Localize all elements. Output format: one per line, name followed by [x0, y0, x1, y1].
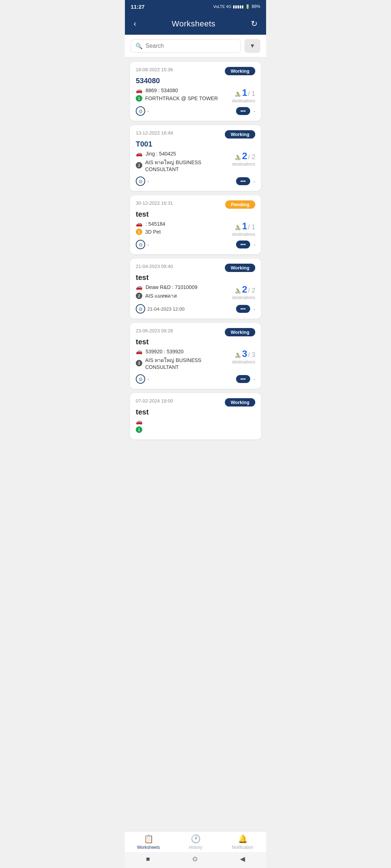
- route-btn[interactable]: •••: [236, 241, 250, 248]
- card-header: 18-08-2022 15:36 Working: [136, 67, 255, 75]
- card-work-id: 534080: [136, 77, 255, 85]
- android-square-btn[interactable]: ■: [139, 854, 157, 864]
- vehicle-row: 🚗 Jing : 540425: [136, 150, 232, 157]
- destinations-info: 🚴 2 / 2 destinations: [232, 284, 255, 300]
- location-row: 2 AIS หาดใหญ่ BUSINESS CONSULTANT: [136, 158, 232, 172]
- card-bottom-row: ⊙ - ••• -: [136, 176, 255, 186]
- nav-item-history[interactable]: 🕐 History: [172, 834, 219, 850]
- route-btn[interactable]: •••: [236, 107, 250, 115]
- location-row: 3 AIS หาดใหญ่ BUSINESS CONSULTANT: [136, 356, 232, 370]
- nav-item-worksheets[interactable]: 📋 Worksheets: [125, 834, 172, 850]
- worksheet-card-card-2[interactable]: 13-12-2022 16:49 Working T001 🚗 Jing : 5…: [130, 125, 261, 191]
- route-info: ••• -: [236, 107, 255, 115]
- android-circle-btn[interactable]: ⊙: [185, 854, 205, 864]
- search-icon: 🔍: [135, 43, 143, 50]
- route-time: -: [254, 242, 255, 247]
- dest-count: 1: [242, 221, 247, 232]
- destinations-info: 🚴 3 / 3 destinations: [232, 348, 255, 365]
- worksheet-card-card-6[interactable]: 07-02-2024 19:00 Working test 🚗 1: [130, 393, 261, 439]
- vehicle-info: 539920 : 539920: [146, 349, 184, 354]
- route-btn[interactable]: •••: [236, 305, 250, 313]
- card-header: 13-12-2022 16:49 Working: [136, 130, 255, 139]
- vehicle-row: 🚗 : 545184: [136, 221, 232, 227]
- nav-item-notification[interactable]: 🔔 Notification: [219, 834, 266, 850]
- route-btn[interactable]: •••: [236, 177, 250, 185]
- route-info: ••• -: [236, 305, 255, 313]
- worksheet-card-card-3[interactable]: 30-12-2022 16:31 Pending test 🚗 : 545184…: [130, 195, 261, 254]
- route-info: ••• -: [236, 177, 255, 185]
- route-info: ••• -: [236, 241, 255, 248]
- card-header: 07-02-2024 19:00 Working: [136, 398, 255, 407]
- status-badge: Working: [225, 264, 255, 272]
- card-header: 23-06-2023 09:28 Working: [136, 328, 255, 336]
- start-time: -: [147, 376, 149, 382]
- start-icon: ⊙: [136, 374, 145, 384]
- worksheet-card-card-5[interactable]: 23-06-2023 09:28 Working test 🚗 539920 :…: [130, 323, 261, 389]
- destinations-info: 🚴 1 / 1 destinations: [232, 87, 255, 103]
- start-time: -: [147, 242, 149, 247]
- dest-label: destinations: [232, 162, 255, 167]
- status-badge: Working: [225, 328, 255, 336]
- card-header: 30-12-2022 16:31 Pending: [136, 200, 255, 209]
- start-info: ⊙ -: [136, 240, 149, 249]
- network-icon: VoLTE 4G: [213, 4, 231, 9]
- pin-badge: 1: [136, 229, 142, 235]
- card-bottom-row: ⊙ - ••• -: [136, 374, 255, 384]
- status-badge: Working: [225, 67, 255, 75]
- worksheet-card-card-4[interactable]: 21-04-2023 09:40 Working test 🚗 Deaw R&D…: [130, 259, 261, 319]
- pin-badge: 1: [136, 95, 142, 102]
- dest-label: destinations: [232, 359, 255, 365]
- start-icon: ⊙: [136, 304, 145, 314]
- dest-count: 1: [242, 87, 247, 98]
- car-icon: 🚗: [136, 418, 143, 425]
- vehicle-row: 🚗 539920 : 539920: [136, 348, 232, 355]
- car-icon: 🚗: [136, 150, 143, 157]
- vehicle-info: : 545184: [146, 221, 165, 227]
- route-time: -: [254, 376, 255, 382]
- start-info: ⊙ -: [136, 106, 149, 116]
- location-text: AIS แมทพลาส: [145, 292, 177, 300]
- location-text: 3D Pet: [145, 229, 161, 235]
- worksheet-card-card-1[interactable]: 18-08-2022 15:36 Working 534080 🚗 8869 :…: [130, 62, 261, 121]
- person-route-icon: 🚴: [235, 92, 241, 97]
- search-input[interactable]: [146, 43, 236, 49]
- refresh-button[interactable]: ↻: [249, 18, 259, 30]
- dest-separator: / 1: [248, 90, 255, 98]
- pin-badge: 2: [136, 162, 142, 169]
- start-time: 21-04-2023 12:00: [147, 306, 185, 312]
- card-bottom-row: ⊙ - ••• -: [136, 106, 255, 116]
- dest-label: destinations: [232, 232, 255, 237]
- route-time: -: [254, 109, 255, 114]
- card-work-id: test: [136, 273, 255, 282]
- android-navigation: ■ ⊙ ◀: [125, 850, 266, 868]
- back-button[interactable]: ‹: [132, 18, 138, 30]
- start-info: ⊙ -: [136, 374, 149, 384]
- location-text: AIS หาดใหญ่ BUSINESS CONSULTANT: [145, 356, 232, 370]
- start-info: ⊙ -: [136, 176, 149, 186]
- vehicle-row: 🚗 Deaw R&D : 71010009: [136, 284, 232, 290]
- card-date: 23-06-2023 09:28: [136, 328, 173, 333]
- app-header: ‹ Worksheets ↻: [125, 13, 266, 35]
- history-label: History: [189, 845, 202, 850]
- card-date: 13-12-2022 16:49: [136, 130, 173, 136]
- person-route-icon: 🚴: [235, 353, 241, 358]
- vehicle-row: 🚗 8869 : 534080: [136, 87, 232, 94]
- card-bottom-row: ⊙ 21-04-2023 12:00 ••• -: [136, 304, 255, 314]
- card-work-id: test: [136, 408, 255, 416]
- car-icon: 🚗: [136, 221, 143, 227]
- status-badge: Pending: [225, 200, 255, 209]
- dest-count: 2: [242, 284, 247, 295]
- signal-icon: ▮▮▮▮▮: [233, 4, 244, 9]
- route-btn[interactable]: •••: [236, 375, 250, 383]
- battery-percent: 86%: [252, 4, 260, 9]
- status-icons: VoLTE 4G ▮▮▮▮▮ 🔋 86%: [213, 4, 260, 9]
- card-date: 07-02-2024 19:00: [136, 398, 173, 404]
- pin-badge: 1: [136, 426, 142, 433]
- dest-separator: / 3: [248, 351, 255, 359]
- worksheets-icon: 📋: [144, 834, 154, 844]
- location-row: 1 FORTHTRACK @ SPE TOWER: [136, 95, 232, 102]
- bottom-navigation: 📋 Worksheets 🕐 History 🔔 Notification: [125, 831, 266, 852]
- filter-button[interactable]: ▼: [244, 39, 260, 53]
- android-back-btn[interactable]: ◀: [233, 854, 252, 864]
- search-input-wrap[interactable]: 🔍: [131, 39, 241, 53]
